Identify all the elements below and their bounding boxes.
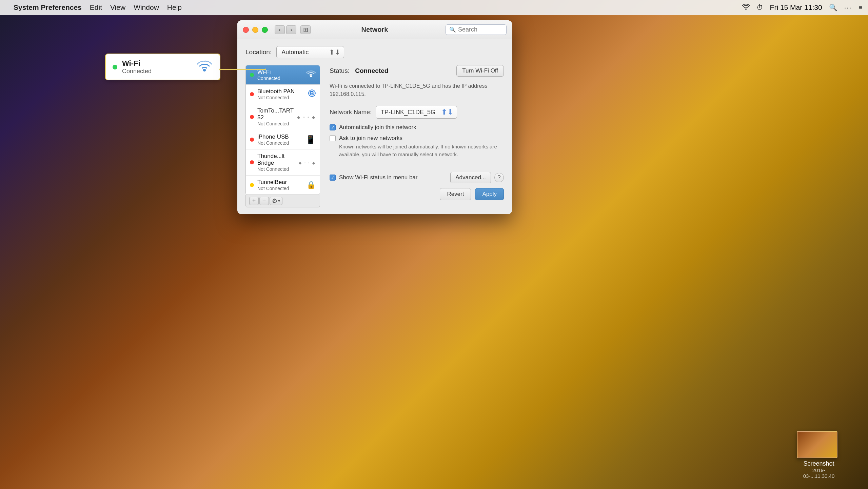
iphone-name: iPhone USB (257, 134, 302, 140)
thunderbolt-info: Thunde...lt Bridge Not Connected (257, 153, 295, 172)
network-name-select[interactable]: TP-LINK_C1DE_5G ⬆⬇ (376, 106, 457, 119)
network-item-iphone[interactable]: iPhone USB Not Connected 📱 (246, 130, 320, 149)
screenshot-thumbnail[interactable]: Screenshot 2019-03-...11.30.40 (797, 431, 841, 479)
grid-view-button[interactable]: ⊞ (300, 25, 311, 34)
apply-button[interactable]: Apply (475, 188, 504, 200)
action-buttons: Revert Apply (330, 188, 504, 200)
bluetooth-status: Not Connected (257, 95, 305, 100)
add-network-button[interactable]: + (249, 197, 259, 205)
menubar-left: System Preferences Edit View Window Help (5, 3, 182, 12)
thunderbolt-status: Not Connected (257, 166, 295, 172)
network-list: Wi-Fi Connected (245, 65, 320, 195)
iphone-status: Not Connected (257, 140, 302, 146)
tunnelbear-icon: 🔒 (307, 181, 316, 189)
tomto-status: Not Connected (257, 121, 293, 126)
iphone-icon: 📱 (305, 135, 316, 144)
network-name-row: Network Name: TP-LINK_C1DE_5G ⬆⬇ (330, 106, 504, 119)
menubar-view[interactable]: View (110, 3, 125, 12)
thunderbolt-icon: ⬥ · · ⬥ (298, 159, 316, 166)
window-title: Network (361, 26, 388, 34)
tomto-info: TomTo...TART 52 Not Connected (257, 107, 293, 126)
ask-join-row[interactable]: Ask to join new networks (330, 135, 504, 142)
iphone-info: iPhone USB Not Connected (257, 134, 302, 146)
close-button[interactable] (243, 27, 249, 33)
notification-list-icon[interactable]: ≡ (859, 4, 863, 12)
svg-text:B: B (310, 90, 314, 96)
back-button[interactable]: ‹ (275, 25, 285, 34)
bluetooth-name: Bluetooth PAN (257, 88, 305, 95)
wifi-tooltip-info: Wi-Fi Connected (122, 59, 152, 75)
screenshot-date: 2019-03-...11.30.40 (797, 467, 841, 479)
wifi-tooltip-icon (196, 59, 213, 75)
ask-join-label: Ask to join new networks (339, 135, 402, 142)
tunnelbear-status: Not Connected (257, 186, 303, 191)
minimize-button[interactable] (252, 27, 258, 33)
spotlight-icon[interactable]: 🔍 (829, 3, 837, 12)
screenshot-image (797, 431, 837, 458)
time-machine-icon[interactable]: ⏱ (756, 4, 763, 12)
status-row: Status: Connected Turn Wi-Fi Off (330, 65, 504, 77)
menubar-app-name[interactable]: System Preferences (14, 3, 82, 12)
auto-join-label: Automatically join this network (339, 124, 416, 131)
bluetooth-icon: B (308, 89, 316, 100)
location-select[interactable]: Automatic ⬆⬇ (276, 46, 344, 58)
search-input[interactable] (458, 26, 503, 33)
show-wifi-checkbox[interactable]: ✓ (330, 175, 336, 181)
gear-menu-button[interactable]: ⚙ ▾ (270, 197, 282, 205)
traffic-lights (243, 27, 268, 33)
turn-wifi-off-button[interactable]: Turn Wi-Fi Off (456, 65, 504, 77)
status-value: Connected (355, 67, 388, 75)
menubar-edit[interactable]: Edit (90, 3, 102, 12)
wifi-tooltip-name: Wi-Fi (122, 59, 152, 68)
window-body: Location: Automatic ⬆⬇ Wi-Fi Connected (237, 39, 512, 214)
network-list-container: Wi-Fi Connected (245, 65, 320, 207)
wifi-tooltip-status: Connected (122, 68, 152, 75)
auto-join-checkbox[interactable]: ✓ (330, 124, 336, 130)
ask-join-checkbox[interactable] (330, 135, 336, 141)
wifi-tooltip-popup: Wi-Fi Connected (105, 54, 220, 80)
tunnelbear-status-dot (250, 183, 254, 187)
revert-button[interactable]: Revert (440, 188, 471, 200)
network-preferences-window: ‹ › ⊞ Network 🔍 Location: Automatic ⬆⬇ (237, 20, 512, 214)
wifi-icon (306, 70, 316, 80)
bluetooth-info: Bluetooth PAN Not Connected (257, 88, 305, 100)
main-area: Wi-Fi Connected (245, 65, 504, 207)
maximize-button[interactable] (262, 27, 268, 33)
tomto-icon: ⬥ · · ⬥ (296, 113, 316, 121)
network-item-tunnelbear[interactable]: TunnelBear Not Connected 🔒 (246, 176, 320, 195)
detail-panel: Status: Connected Turn Wi-Fi Off Wi-Fi i… (320, 65, 504, 207)
advanced-button[interactable]: Advanced... (450, 172, 491, 183)
titlebar-nav: ‹ › (275, 25, 296, 34)
notification-center-icon[interactable]: ··· (844, 4, 852, 12)
network-name-value: TP-LINK_C1DE_5G (381, 109, 441, 116)
screenshot-label: Screenshot (797, 460, 841, 467)
tomto-name: TomTo...TART 52 (257, 107, 293, 121)
search-box[interactable]: 🔍 (446, 24, 507, 35)
menubar-datetime: Fri 15 Mar 11:30 (770, 3, 822, 12)
menubar-help[interactable]: Help (167, 3, 182, 12)
show-wifi-row: ✓ Show Wi-Fi status in menu bar Advanced… (330, 172, 504, 183)
wifi-tooltip-status-dot (113, 65, 117, 69)
tunnelbear-name: TunnelBear (257, 179, 303, 186)
menubar-window[interactable]: Window (134, 3, 159, 12)
network-item-tomto[interactable]: TomTo...TART 52 Not Connected ⬥ · · ⬥ (246, 104, 320, 130)
network-item-bluetooth[interactable]: Bluetooth PAN Not Connected B (246, 85, 320, 104)
forward-button[interactable]: › (286, 25, 296, 34)
auto-join-row[interactable]: ✓ Automatically join this network (330, 124, 504, 131)
network-item-thunderbolt[interactable]: Thunde...lt Bridge Not Connected ⬥ · · ⬥ (246, 149, 320, 176)
menubar: System Preferences Edit View Window Help… (0, 0, 868, 15)
svg-point-4 (310, 75, 312, 77)
help-button[interactable]: ? (494, 173, 504, 182)
svg-point-2 (219, 68, 220, 70)
svg-point-3 (265, 68, 266, 70)
thunderbolt-status-dot (250, 160, 254, 164)
menubar-right: ⏱ Fri 15 Mar 11:30 🔍 ··· ≡ (742, 3, 863, 12)
thunderbolt-name: Thunde...lt Bridge (257, 153, 295, 166)
remove-network-button[interactable]: − (259, 197, 269, 205)
connector-line (219, 59, 266, 80)
location-dropdown-arrow: ⬆⬇ (329, 48, 340, 56)
bluetooth-status-dot (250, 92, 254, 96)
network-name-field-label: Network Name: (330, 109, 372, 116)
gear-icon: ⚙ (272, 197, 277, 205)
wifi-menubar-icon[interactable] (742, 4, 750, 12)
